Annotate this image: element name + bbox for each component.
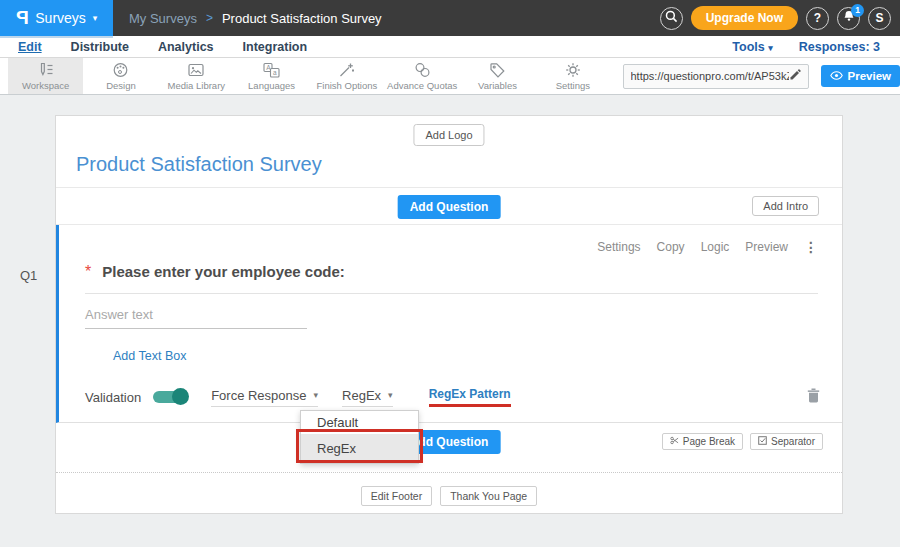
thank-you-page-button[interactable]: Thank You Page [440, 486, 537, 506]
chevron-down-icon: ▾ [93, 13, 98, 23]
upgrade-now-button[interactable]: Upgrade Now [691, 6, 798, 30]
toolbar-item-advance-quotas[interactable]: Advance Quotas [385, 58, 460, 94]
avatar-initial: S [875, 11, 883, 25]
palette-icon [112, 62, 129, 78]
survey-url-field[interactable]: https://questionpro.com/t/AP53kZgUI [623, 64, 809, 89]
question-text-row: * Please enter your employee code: [85, 263, 345, 280]
survey-header-section: Add Logo Product Satisfaction Survey [56, 116, 842, 188]
toolbar-item-settings[interactable]: Settings [535, 58, 610, 94]
magic-wand-icon [338, 62, 355, 78]
gear-icon [565, 62, 581, 78]
tab-distribute[interactable]: Distribute [71, 40, 129, 54]
add-question-button-top[interactable]: Add Question [398, 195, 501, 219]
more-options-icon[interactable]: ⋮ [804, 239, 818, 255]
validation-type-menu: Default RegEx [300, 410, 419, 464]
survey-nav: Edit Distribute Analytics Integration To… [0, 36, 900, 58]
page-controls: Page Break Separator [662, 433, 823, 450]
survey-panel: Add Logo Product Satisfaction Survey Add… [55, 115, 843, 514]
tools-menu[interactable]: Tools ▾ [732, 40, 772, 54]
answer-input-underline [85, 328, 307, 329]
answer-text-input[interactable]: Answer text [85, 307, 153, 322]
nav-active-indicator [0, 36, 113, 38]
notifications-button[interactable]: 1 [837, 7, 860, 30]
menu-item-default[interactable]: Default [301, 411, 418, 434]
nav-tabs: Edit Distribute Analytics Integration [18, 40, 307, 54]
tab-analytics[interactable]: Analytics [158, 40, 214, 54]
translate-icon: Aa [263, 62, 280, 78]
help-button[interactable]: ? [806, 7, 829, 30]
question-settings-link[interactable]: Settings [597, 240, 640, 254]
chevron-down-icon: ▾ [388, 390, 393, 400]
survey-url-text: https://questionpro.com/t/AP53kZgUI [631, 70, 789, 82]
preview-button[interactable]: Preview [821, 65, 900, 87]
regex-pattern-link[interactable]: RegEx Pattern [429, 387, 511, 407]
breadcrumb: My Surveys > Product Satisfaction Survey [129, 11, 382, 26]
edit-footer-button[interactable]: Edit Footer [361, 486, 432, 506]
add-text-box-link[interactable]: Add Text Box [113, 349, 186, 363]
editor-toolbar: Workspace Design Media Library Aa Langua… [0, 58, 900, 95]
chevron-down-icon: ▾ [314, 390, 319, 400]
delete-question-trash-icon[interactable] [807, 388, 820, 406]
questionpro-logo-icon: P [16, 7, 29, 29]
app-menu-label: Surveys [35, 10, 86, 26]
validation-row: Validation Force Response ▾ RegEx ▾ RegE… [85, 387, 820, 407]
top-header: P Surveys ▾ My Surveys > Product Satisfa… [0, 0, 900, 36]
notification-badge: 1 [851, 4, 864, 17]
question-logic-link[interactable]: Logic [701, 240, 730, 254]
toggle-knob [172, 388, 189, 405]
validation-toggle[interactable] [153, 391, 187, 403]
add-intro-button[interactable]: Add Intro [752, 196, 819, 216]
nav-right: Tools ▾ Responses: 3 [732, 40, 880, 54]
tag-icon [489, 62, 506, 78]
breadcrumb-my-surveys[interactable]: My Surveys [129, 11, 197, 26]
search-button[interactable] [660, 7, 683, 30]
image-icon [187, 62, 205, 78]
force-response-dropdown[interactable]: Force Response ▾ [211, 388, 318, 407]
survey-footer-section: Edit Footer Thank You Page [56, 473, 842, 513]
add-question-bar: Add Question Add Intro [56, 188, 842, 225]
toolbar-item-media-library[interactable]: Media Library [159, 58, 234, 94]
toolbar-item-workspace[interactable]: Workspace [8, 58, 83, 94]
separator-button[interactable]: Separator [750, 433, 823, 450]
question-actions: Settings Copy Logic Preview ⋮ [597, 239, 818, 255]
required-asterisk-icon: * [85, 267, 91, 277]
toolbar-item-label: Settings [556, 80, 590, 91]
toolbar-item-design[interactable]: Design [83, 58, 158, 94]
preview-label: Preview [848, 70, 891, 82]
tab-edit[interactable]: Edit [18, 40, 42, 54]
after-question-bar: Add Question Page Break Separator [56, 423, 842, 473]
survey-title[interactable]: Product Satisfaction Survey [76, 153, 322, 176]
question-number: Q1 [20, 268, 37, 283]
toolbar-item-languages[interactable]: Aa Languages [234, 58, 309, 94]
toolbar-item-label: Variables [478, 80, 517, 91]
edit-url-pencil-icon[interactable] [789, 67, 801, 85]
question-preview-link[interactable]: Preview [745, 240, 788, 254]
avatar[interactable]: S [868, 7, 891, 30]
toolbar-item-label: Media Library [168, 80, 226, 91]
question-text-underline [85, 293, 818, 294]
question-block: Settings Copy Logic Preview ⋮ * Please e… [56, 225, 842, 423]
responses-count[interactable]: Responses: 3 [799, 40, 880, 54]
breadcrumb-separator: > [206, 11, 213, 25]
search-icon [665, 10, 678, 26]
add-logo-button[interactable]: Add Logo [413, 124, 484, 146]
toolbar-item-label: Workspace [22, 80, 69, 91]
toolbar-item-variables[interactable]: Variables [460, 58, 535, 94]
validation-type-dropdown[interactable]: RegEx ▾ [342, 388, 393, 407]
question-mark-icon: ? [814, 11, 821, 25]
question-copy-link[interactable]: Copy [657, 240, 685, 254]
toolbar-item-label: Design [106, 80, 136, 91]
app-menu[interactable]: P Surveys ▾ [0, 0, 113, 36]
toolbar-item-label: Finish Options [317, 80, 378, 91]
page-break-button[interactable]: Page Break [662, 433, 743, 450]
workspace-icon [37, 62, 54, 78]
tab-integration[interactable]: Integration [243, 40, 308, 54]
header-actions: Upgrade Now ? 1 S [660, 6, 891, 30]
breadcrumb-current-survey: Product Satisfaction Survey [222, 11, 382, 26]
menu-item-regex[interactable]: RegEx [301, 434, 418, 463]
toolbar-item-finish-options[interactable]: Finish Options [309, 58, 384, 94]
validation-label: Validation [85, 390, 141, 405]
toolbar-item-label: Languages [248, 80, 295, 91]
chevron-down-icon: ▾ [768, 43, 773, 53]
question-text[interactable]: Please enter your employee code: [102, 263, 345, 280]
